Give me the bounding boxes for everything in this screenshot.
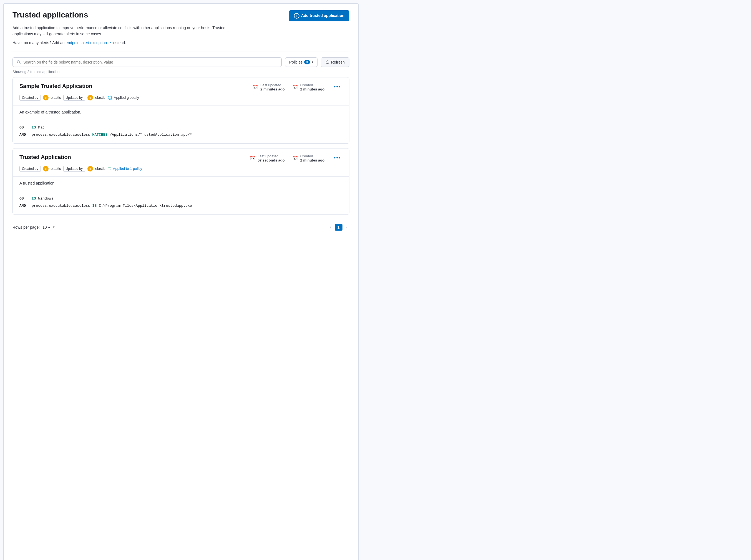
- last-updated-value-1: 2 minutes ago: [260, 87, 284, 91]
- card-2-tags: Created by e elastic Updated by e elasti…: [19, 166, 342, 172]
- refresh-label: Refresh: [331, 60, 345, 64]
- code-line-condition-2: AND process.executable.caseless IS C:\Pr…: [19, 202, 342, 209]
- rows-per-page-select[interactable]: 10 25 50: [41, 225, 51, 230]
- card-2-created: 📅 Created 2 minutes ago: [293, 154, 324, 162]
- created-by-user-2: elastic: [51, 166, 61, 171]
- calendar-icon-1: 📅: [253, 84, 258, 89]
- divider: [13, 52, 350, 52]
- created-label-2: Created: [300, 154, 324, 158]
- card-1-created: 📅 Created 2 minutes ago: [293, 83, 324, 91]
- last-updated-label-2: Last updated: [258, 154, 285, 158]
- chevron-down-icon: ▾: [312, 60, 313, 64]
- condition-prefix-1: AND: [19, 131, 29, 138]
- updated-by-label-1: Updated by: [66, 96, 83, 100]
- os-value-1: Mac: [38, 124, 45, 131]
- card-2-header: Trusted Application 📅 Last updated 57 se…: [13, 148, 349, 177]
- card-1-meta-right: 📅 Last updated 2 minutes ago 📅 Created 2…: [253, 83, 342, 91]
- created-by-tag-1: Created by: [19, 95, 41, 101]
- trusted-app-card-2: Trusted Application 📅 Last updated 57 se…: [13, 148, 350, 215]
- created-label-1: Created: [300, 83, 324, 87]
- more-options-button-1[interactable]: •••: [332, 83, 342, 91]
- search-icon: [17, 60, 21, 64]
- os-label-1: OS: [19, 124, 29, 131]
- shield-icon-2: 🛡: [108, 166, 112, 171]
- card-2-description: A trusted application.: [13, 177, 349, 190]
- page-title: Trusted applications: [13, 10, 88, 20]
- os-label-2: OS: [19, 195, 29, 202]
- updated-by-avatar-2: e: [87, 166, 93, 172]
- os-keyword-2: IS: [32, 195, 36, 202]
- card-1-title-row: Sample Trusted Application 📅 Last update…: [19, 83, 342, 91]
- updated-by-user-1: elastic: [95, 96, 105, 100]
- condition-prefix-2: AND: [19, 202, 29, 209]
- created-by-tag-2: Created by: [19, 166, 41, 172]
- rows-per-page-selector[interactable]: Rows per page: 10 25 50 ▾: [13, 225, 55, 230]
- plus-icon: ＋: [294, 13, 299, 19]
- footer: Rows per page: 10 25 50 ▾ ‹ 1 ›: [13, 219, 350, 232]
- card-1-header: Sample Trusted Application 📅 Last update…: [13, 77, 349, 105]
- rows-chevron-icon: ▾: [53, 225, 55, 229]
- updated-by-user-2: elastic: [95, 166, 105, 171]
- rows-per-page-label: Rows per page:: [13, 225, 40, 229]
- updated-by-tag-1: Updated by: [63, 95, 85, 101]
- updated-by-avatar-1: e: [87, 95, 93, 100]
- refresh-icon: [325, 60, 330, 64]
- code-line-os-1: OS IS Mac: [19, 124, 342, 131]
- created-by-user-1: elastic: [51, 96, 61, 100]
- card-2-last-updated: 📅 Last updated 57 seconds ago: [250, 154, 285, 162]
- created-by-label-1: Created by: [22, 96, 38, 100]
- code-line-os-2: OS IS Windows: [19, 195, 342, 202]
- condition-field-2: process.executable.caseless: [32, 202, 90, 209]
- showing-count: Showing 2 trusted applications: [13, 69, 350, 74]
- os-keyword-1: IS: [32, 124, 36, 131]
- calendar-icon-2: 📅: [250, 155, 255, 161]
- os-value-2: Windows: [38, 195, 54, 202]
- card-1-code: OS IS Mac AND process.executable.caseles…: [13, 119, 349, 143]
- condition-value-2: C:\Program Files\Application\trustedapp.…: [99, 202, 192, 209]
- last-updated-value-2: 57 seconds ago: [258, 158, 285, 162]
- card-1-last-updated: 📅 Last updated 2 minutes ago: [253, 83, 284, 91]
- condition-keyword-1: MATCHES: [93, 131, 108, 138]
- pagination-prev-button[interactable]: ‹: [328, 224, 333, 231]
- svg-line-1: [19, 63, 21, 64]
- card-2-title: Trusted Application: [19, 154, 71, 160]
- card-2-title-row: Trusted Application 📅 Last updated 57 se…: [19, 154, 342, 162]
- search-box: [13, 57, 282, 67]
- pagination-next-button[interactable]: ›: [343, 224, 350, 231]
- toolbar: Policies 3 ▾ Refresh: [13, 57, 350, 67]
- calendar-icon-created-2: 📅: [293, 155, 298, 161]
- updated-by-tag-2: Updated by: [63, 166, 85, 172]
- created-value-2: 2 minutes ago: [300, 158, 324, 162]
- updated-by-label-2: Updated by: [66, 167, 83, 171]
- add-button-label: Add trusted application: [301, 13, 344, 19]
- code-line-condition-1: AND process.executable.caseless MATCHES …: [19, 131, 342, 138]
- created-by-avatar-2: e: [43, 166, 48, 172]
- endpoint-alert-exception-link[interactable]: endpoint alert exception ↗: [65, 41, 112, 45]
- search-input[interactable]: [23, 60, 278, 64]
- card-2-code: OS IS Windows AND process.executable.cas…: [13, 190, 349, 215]
- description-suffix: instead.: [113, 41, 126, 45]
- description-prefix: Have too many alerts? Add an: [13, 41, 65, 45]
- calendar-icon-created-1: 📅: [293, 84, 298, 89]
- applied-label-1: Applied globally: [114, 96, 139, 100]
- policies-count-badge: 3: [304, 60, 310, 64]
- card-1-title: Sample Trusted Application: [19, 83, 93, 89]
- created-by-label-2: Created by: [22, 167, 38, 171]
- refresh-button[interactable]: Refresh: [321, 57, 350, 67]
- card-2-meta-right: 📅 Last updated 57 seconds ago 📅 Created …: [250, 154, 342, 162]
- condition-field-1: process.executable.caseless: [32, 131, 90, 138]
- card-1-description: An example of a trusted application.: [13, 105, 349, 119]
- policies-label: Policies: [289, 60, 302, 64]
- trusted-app-card-1: Sample Trusted Application 📅 Last update…: [13, 77, 350, 144]
- globe-icon-1: 🌐: [108, 96, 113, 100]
- page-description-line1: Add a trusted application to improve per…: [13, 25, 229, 37]
- applied-label-2[interactable]: Applied to 1 policy: [113, 166, 142, 171]
- add-trusted-application-button[interactable]: ＋ Add trusted application: [289, 10, 350, 21]
- applied-policy-badge-2: 🛡 Applied to 1 policy: [108, 166, 142, 171]
- condition-keyword-2: IS: [93, 202, 97, 209]
- more-options-button-2[interactable]: •••: [332, 155, 342, 161]
- created-by-avatar-1: e: [43, 95, 48, 100]
- last-updated-label-1: Last updated: [260, 83, 284, 87]
- policies-filter-button[interactable]: Policies 3 ▾: [285, 57, 317, 67]
- applied-globally-badge-1: 🌐 Applied globally: [108, 96, 139, 100]
